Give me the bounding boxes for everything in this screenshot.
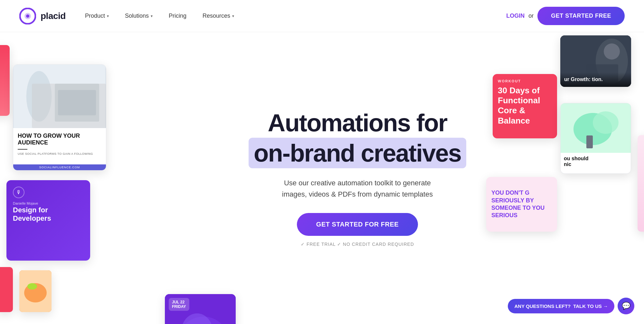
nav-pricing[interactable]: Pricing (169, 13, 186, 19)
card-how-to-grow: HOW TO GROW YOUR AUDIENCE USE SOCIAL PLA… (13, 64, 106, 171)
card-inner: JUL 22 FRIDAY (165, 294, 236, 324)
quote-text: YOU DON'T G SERIOUSLY BY SOMEONE TO YOU … (491, 189, 552, 219)
hero-subtitle: Use our creative automation toolkit to g… (249, 177, 466, 200)
nav-right: LOGIN or GET STARTED FREE (506, 7, 625, 25)
card-photo (561, 103, 631, 153)
card-quote: YOU DON'T G SERIOUSLY BY SOMEONE TO YOU … (486, 177, 557, 232)
nav-cta-button[interactable]: GET STARTED FREE (537, 7, 625, 25)
event-date-line1: JUL 22 (172, 300, 186, 304)
chevron-down-icon: ▾ (107, 14, 109, 18)
svg-point-2 (26, 14, 29, 18)
hero-section: HOW TO GROW YOUR AUDIENCE USE SOCIAL PLA… (0, 32, 644, 324)
hero-title-line1: Automations for (268, 109, 447, 136)
logo-icon (19, 8, 36, 24)
svg-rect-5 (55, 84, 99, 122)
card-plants: ou shouldnic (560, 103, 631, 174)
card-left-accent (0, 45, 10, 116)
nav-solutions[interactable]: Solutions ▾ (125, 13, 153, 19)
nav-product[interactable]: Product ▾ (85, 13, 109, 19)
hero-cta-button[interactable]: GET STARTED FOR FREE (297, 213, 418, 236)
card-growth: ur Growth: tion. (560, 35, 631, 87)
card-overlay: ur Growth: tion. (560, 72, 631, 87)
card-right-pink-accent (638, 135, 644, 232)
card-photo: ur Growth: tion. (560, 35, 631, 87)
hero-title: Automations for on-brand creatives (249, 109, 466, 168)
chat-icon: 💬 (622, 302, 630, 310)
chat-icon-button[interactable]: 💬 (618, 298, 634, 314)
svg-point-12 (604, 43, 620, 60)
card-text: ou shouldnic (564, 156, 628, 167)
hero-content: Automations for on-brand creatives Use o… (249, 109, 466, 246)
event-date: JUL 22 FRIDAY (169, 298, 189, 311)
card-text: ur Growth: tion. (564, 76, 627, 83)
card-event: JUL 22 FRIDAY (165, 294, 236, 324)
hero-title-line2: on-brand creatives (249, 138, 466, 168)
logo[interactable]: placid (19, 8, 66, 24)
card-image (13, 65, 106, 128)
workout-title: 30 Days of Functional Core & Balance (498, 86, 552, 126)
card-divider (18, 149, 27, 150)
chevron-down-icon: ▾ (151, 14, 153, 18)
podcast-icon: 🎙 (13, 187, 24, 198)
card-design-developers: 🎙 Danielle Mojave Design forDevelopers (6, 180, 90, 261)
login-or-text: or (528, 13, 534, 19)
card-title: Design forDevelopers (13, 206, 84, 223)
chat-cta: TALK TO US → (573, 303, 608, 309)
card-body: ou shouldnic (561, 153, 631, 171)
navbar: placid Product ▾ Solutions ▾ Pricing Res… (0, 0, 644, 32)
card-workout: WORKOUT 30 Days of Functional Core & Bal… (493, 74, 557, 138)
chat-bubble[interactable]: ANY QUESTIONS LEFT? TALK TO US → (508, 299, 614, 313)
food-image (19, 270, 52, 312)
svg-point-9 (27, 283, 37, 290)
card-left-food (19, 270, 52, 312)
chat-widget: ANY QUESTIONS LEFT? TALK TO US → 💬 (508, 298, 634, 314)
card-photo (13, 65, 106, 128)
card-left-small-accent (0, 267, 13, 312)
svg-rect-17 (586, 135, 593, 148)
card-speaker: Danielle Mojave (13, 201, 84, 205)
chevron-down-icon: ▾ (232, 14, 234, 18)
chat-prefix: ANY QUESTIONS LEFT? (514, 303, 571, 309)
hero-fine-print: ✓ FREE TRIAL ✓ NO CREDIT CARD REQUIRED (249, 242, 466, 247)
card-title: HOW TO GROW YOUR AUDIENCE (18, 133, 101, 146)
nav-links: Product ▾ Solutions ▾ Pricing Resources … (85, 13, 506, 19)
nav-resources[interactable]: Resources ▾ (203, 13, 234, 19)
svg-rect-6 (58, 90, 96, 116)
logo-text: placid (41, 11, 66, 21)
svg-point-16 (593, 111, 619, 134)
plant-image (561, 103, 631, 153)
card-subtitle: USE SOCIAL PLATFORMS TO GAIN A FOLLOWING (18, 152, 101, 155)
workout-label: WORKOUT (498, 79, 552, 83)
card-body: HOW TO GROW YOUR AUDIENCE USE SOCIAL PLA… (13, 128, 106, 164)
login-link[interactable]: LOGIN (506, 13, 525, 19)
svg-point-4 (26, 71, 52, 122)
card-footer: SOCIALINFLUENCE.COM (13, 164, 106, 170)
event-date-line2: FRIDAY (172, 304, 186, 309)
